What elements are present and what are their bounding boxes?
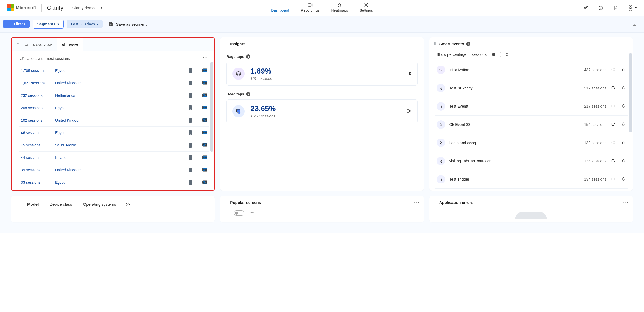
- id-card-icon[interactable]: [202, 81, 207, 85]
- flame-icon[interactable]: [621, 140, 626, 146]
- percentage-toggle[interactable]: [234, 210, 244, 216]
- nav-settings[interactable]: Settings: [360, 2, 373, 13]
- tab-device-class[interactable]: Device class: [45, 199, 76, 209]
- percentage-toggle[interactable]: [491, 52, 501, 57]
- daterange-button[interactable]: Last 300 days ▾: [67, 20, 103, 28]
- svg-rect-71: [612, 141, 614, 144]
- card-menu[interactable]: ···: [623, 41, 629, 47]
- user-row[interactable]: 1,621 sessionsUnited Kingdom: [19, 77, 209, 89]
- project-selector[interactable]: Clarity demo ▾: [72, 6, 102, 10]
- info-icon[interactable]: i: [246, 54, 250, 59]
- document-icon[interactable]: [613, 5, 618, 11]
- info-icon[interactable]: i: [246, 92, 250, 96]
- user-row[interactable]: 232 sessionsNetherlands: [19, 89, 209, 102]
- help-icon[interactable]: [598, 5, 603, 11]
- svg-rect-33: [203, 106, 207, 109]
- flame-icon[interactable]: [621, 67, 626, 73]
- card-menu[interactable]: ···: [623, 200, 629, 205]
- smart-event-row[interactable]: Ok Event 33154 sessions: [435, 116, 628, 134]
- nav-dashboard[interactable]: Dashboard: [271, 2, 289, 13]
- team-icon[interactable]: [583, 5, 589, 11]
- tabs-overflow[interactable]: ≫: [123, 200, 133, 209]
- flame-icon[interactable]: [621, 85, 626, 91]
- chevron-down-icon: ▾: [97, 22, 99, 26]
- smart-event-row[interactable]: Test isExactly217 sessions: [435, 79, 628, 97]
- user-menu[interactable]: ▾: [628, 5, 637, 11]
- scrollbar[interactable]: [210, 62, 213, 152]
- video-icon[interactable]: [611, 122, 616, 127]
- nav-recordings[interactable]: Recordings: [301, 2, 320, 13]
- user-row[interactable]: 33 sessionsEgypt: [19, 176, 209, 189]
- segments-button[interactable]: Segments ▾: [33, 20, 64, 29]
- user-row[interactable]: 102 sessionsUnited Kingdom: [19, 114, 209, 127]
- download-button[interactable]: [632, 21, 641, 27]
- user-row[interactable]: 208 sessionsEgypt: [19, 102, 209, 114]
- flame-icon[interactable]: [621, 122, 626, 127]
- user-row[interactable]: 46 sessionsEgypt: [19, 127, 209, 139]
- video-icon[interactable]: [406, 108, 412, 114]
- video-icon[interactable]: [611, 140, 616, 146]
- id-card-icon[interactable]: [202, 168, 207, 172]
- drag-handle-icon[interactable]: ⠿: [15, 202, 18, 206]
- save-as-segment-button[interactable]: Save as segment: [109, 22, 147, 26]
- id-card-icon[interactable]: [202, 155, 207, 160]
- event-name: Test isExactly: [449, 86, 584, 90]
- svg-point-6: [586, 6, 587, 7]
- card-menu[interactable]: ···: [414, 200, 420, 205]
- id-card-icon[interactable]: [202, 93, 207, 98]
- id-card-icon[interactable]: [202, 143, 207, 148]
- flame-icon[interactable]: [621, 104, 626, 109]
- video-icon[interactable]: [611, 177, 616, 182]
- user-row[interactable]: 45 sessionsSaudi Arabia: [19, 139, 209, 152]
- svg-point-34: [203, 107, 204, 108]
- card-menu[interactable]: ···: [203, 55, 208, 59]
- video-icon[interactable]: [611, 67, 616, 73]
- flame-icon[interactable]: [621, 177, 626, 182]
- smart-event-row[interactable]: Test Trigger134 sessions: [435, 170, 628, 189]
- tab-all-users[interactable]: All users: [57, 38, 83, 51]
- card-menu[interactable]: ···: [414, 41, 420, 47]
- video-icon[interactable]: [611, 158, 616, 164]
- video-icon[interactable]: [611, 85, 616, 91]
- id-card-icon[interactable]: [202, 180, 207, 185]
- filters-button[interactable]: Filters: [3, 20, 30, 28]
- user-row[interactable]: 1,705 sessionsEgypt: [19, 65, 209, 77]
- rage-sub: 101 sessions: [250, 76, 272, 81]
- tab-model[interactable]: Model: [23, 199, 43, 209]
- tab-users-overview[interactable]: ⠿ Users overview: [12, 38, 57, 51]
- id-card-icon[interactable]: [202, 68, 207, 73]
- video-icon[interactable]: [406, 71, 412, 77]
- nav-heatmaps[interactable]: Heatmaps: [331, 2, 348, 13]
- drag-handle-icon[interactable]: ⠿: [224, 42, 227, 46]
- id-card-icon[interactable]: [202, 106, 207, 110]
- cursor-icon: [437, 102, 445, 111]
- dead-taps-box[interactable]: 23.65% 1,264 sessions: [226, 99, 417, 123]
- card-menu[interactable]: ···: [203, 213, 208, 217]
- drag-handle-icon[interactable]: ⠿: [17, 43, 20, 47]
- svg-point-50: [203, 157, 204, 158]
- flame-icon[interactable]: [621, 158, 626, 164]
- svg-rect-32: [205, 95, 207, 96]
- rage-taps-box[interactable]: 1.89% 101 sessions: [226, 62, 417, 86]
- id-card-icon[interactable]: [202, 131, 207, 135]
- drag-handle-icon[interactable]: ⠿: [224, 200, 227, 204]
- user-row[interactable]: 39 sessionsUnited Kingdom: [19, 164, 209, 176]
- video-icon[interactable]: [611, 104, 616, 109]
- svg-point-42: [203, 132, 204, 133]
- id-card-icon[interactable]: [202, 118, 207, 123]
- drag-handle-icon[interactable]: ⠿: [433, 42, 437, 46]
- info-icon[interactable]: i: [466, 42, 470, 46]
- user-row[interactable]: 44 sessionsIreland: [19, 152, 209, 164]
- smart-event-row[interactable]: Login and accept138 sessions: [435, 134, 628, 152]
- svg-rect-3: [308, 4, 311, 6]
- dead-taps-label: Dead taps i: [226, 92, 417, 96]
- smart-event-row[interactable]: Initialization437 sessions: [435, 61, 628, 79]
- tab-operating-systems[interactable]: Operating systems: [79, 199, 121, 209]
- smart-event-row[interactable]: visiting TabBarController134 sessions: [435, 152, 628, 170]
- svg-rect-37: [203, 118, 207, 122]
- drag-handle-icon[interactable]: ⠿: [433, 200, 437, 204]
- smart-event-row[interactable]: Test Eventt217 sessions: [435, 97, 628, 116]
- scrollbar[interactable]: [629, 53, 632, 132]
- phone-icon: [189, 105, 192, 110]
- users-tabs: ⠿ Users overview All users: [12, 38, 214, 51]
